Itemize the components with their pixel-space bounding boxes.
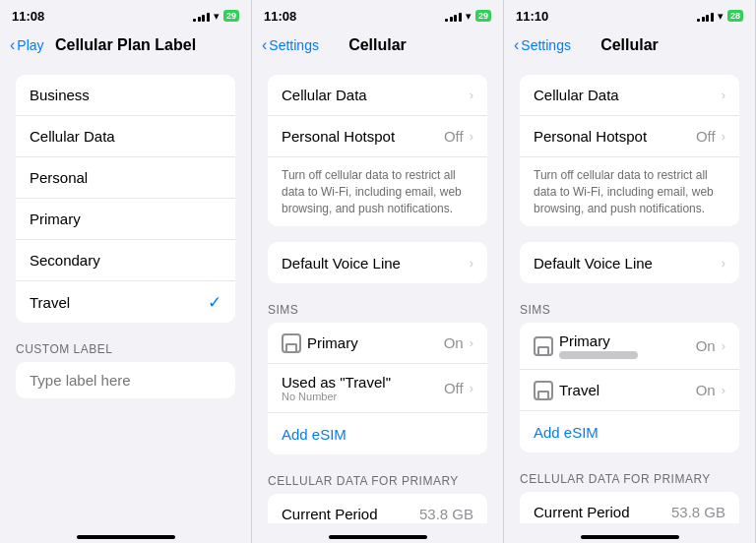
label-business: Business xyxy=(30,87,90,103)
list-item-personal[interactable]: Personal xyxy=(16,157,235,199)
back-button-1[interactable]: ‹ Play xyxy=(10,37,44,53)
cellular-data-for-label-2: CELLULAR DATA FOR PRIMARY xyxy=(252,470,503,494)
sims-group-2: Primary On › Used as "Travel" No Number … xyxy=(268,323,487,454)
travel-sim-label: Travel xyxy=(559,382,599,398)
nav-bar-3: ‹ Settings Cellular xyxy=(504,28,755,67)
default-voice-item[interactable]: Default Voice Line › xyxy=(268,242,487,283)
sim-icon-primary-3 xyxy=(534,336,553,356)
cellular-data-item[interactable]: Cellular Data › xyxy=(268,75,487,116)
nav-title-3: Cellular xyxy=(600,36,659,54)
chevron-used-as: › xyxy=(470,381,473,395)
sb-1 xyxy=(445,19,448,22)
list-item-travel[interactable]: Travel ✓ xyxy=(16,281,235,323)
status-bar-1: 11:08 ▾ 29 xyxy=(0,0,251,28)
sb-2 xyxy=(450,17,453,22)
status-time-3: 11:10 xyxy=(516,9,548,24)
battery-2: 29 xyxy=(475,10,491,22)
signal-bar-3 xyxy=(202,15,205,22)
wifi-icon-1: ▾ xyxy=(214,10,220,23)
panel-cellular-2: 11:10 ▾ 28 ‹ Settings Cellular Cellular … xyxy=(504,0,756,543)
status-time-2: 11:08 xyxy=(264,9,296,24)
home-indicator-3 xyxy=(504,523,755,543)
list-item-primary[interactable]: Primary xyxy=(16,199,235,240)
add-esim-item-3[interactable]: Add eSIM xyxy=(520,411,739,452)
add-esim-item-2[interactable]: Add eSIM xyxy=(268,413,487,454)
used-as-subtitle: No Number xyxy=(282,391,391,402)
custom-label-group xyxy=(16,362,235,398)
back-chevron-2: ‹ xyxy=(262,37,267,53)
primary-sim-left-3: Primary xyxy=(534,332,696,359)
home-bar-3 xyxy=(581,535,679,539)
default-voice-item-3[interactable]: Default Voice Line › xyxy=(520,242,739,283)
hotspot-value: Off xyxy=(444,128,464,145)
primary-sim-label: Primary xyxy=(307,334,358,351)
sb3-4 xyxy=(711,13,714,22)
cellular-data-for-label-3: CELLULAR DATA FOR PRIMARY xyxy=(504,468,755,492)
sims-label-3: SIMs xyxy=(504,299,755,323)
travel-sim-item[interactable]: Travel On › xyxy=(520,370,739,411)
label-cellular-data: Cellular Data xyxy=(30,128,115,145)
signal-bars-1 xyxy=(193,11,210,22)
hotspot-item[interactable]: Personal Hotspot Off › xyxy=(268,116,487,157)
label-primary: Primary xyxy=(30,211,81,227)
used-as-value: Off xyxy=(444,380,464,396)
signal-bars-3 xyxy=(697,11,714,22)
cellular-data-item-3[interactable]: Cellular Data › xyxy=(520,75,739,116)
hotspot-item-3[interactable]: Personal Hotspot Off › xyxy=(520,116,739,157)
primary-info-3: Primary xyxy=(559,332,638,359)
back-label-2: Settings xyxy=(269,37,319,53)
signal-bar-2 xyxy=(198,17,201,22)
checkmark-travel: ✓ xyxy=(208,292,221,313)
used-as-item[interactable]: Used as "Travel" No Number Off › xyxy=(268,364,487,413)
sim-icon-primary xyxy=(282,333,301,353)
panel-cellular-1: 11:08 ▾ 29 ‹ Settings Cellular Cellular … xyxy=(252,0,504,543)
chevron-hotspot: › xyxy=(470,129,473,144)
hotspot-label-3: Personal Hotspot xyxy=(534,128,647,145)
list-item-business[interactable]: Business xyxy=(16,75,235,116)
primary-sim-left: Primary xyxy=(282,333,358,353)
primary-sim-item-3[interactable]: Primary On › xyxy=(520,323,739,370)
hotspot-value-3: Off xyxy=(696,128,716,145)
list-item-secondary[interactable]: Secondary xyxy=(16,240,235,281)
voice-line-group: Default Voice Line › xyxy=(268,242,487,283)
used-as-label: Used as "Travel" xyxy=(282,374,391,391)
back-label-1: Play xyxy=(17,37,43,53)
chevron-cellular-3: › xyxy=(722,88,725,102)
current-period-item-3: Current Period 53.8 GB xyxy=(520,492,739,523)
back-button-3[interactable]: ‹ Settings xyxy=(514,37,571,53)
chevron-cellular-data: › xyxy=(470,88,473,102)
plan-label-list: Business Cellular Data Personal Primary … xyxy=(16,75,235,323)
sims-group-3: Primary On › Travel On › xyxy=(520,323,739,452)
cellular-top-group: Cellular Data › Personal Hotspot Off › T… xyxy=(268,75,487,226)
label-travel: Travel xyxy=(30,294,70,311)
sb-4 xyxy=(459,13,462,22)
sb-3 xyxy=(454,15,457,22)
current-period-label-2: Current Period xyxy=(282,506,378,522)
custom-label-input[interactable] xyxy=(16,362,235,398)
used-as-row: Used as "Travel" No Number Off › xyxy=(282,374,473,402)
status-bar-3: 11:10 ▾ 28 xyxy=(504,0,755,28)
battery-1: 29 xyxy=(223,10,239,22)
list-item-cellular-data[interactable]: Cellular Data xyxy=(16,116,235,157)
cellular-data-label: Cellular Data xyxy=(282,87,367,103)
used-as-right: Off › xyxy=(444,380,473,396)
sim-icon-travel xyxy=(534,381,553,400)
chevron-hotspot-3: › xyxy=(722,129,725,144)
sb3-3 xyxy=(706,15,709,22)
travel-sim-left: Travel xyxy=(534,381,599,400)
back-button-2[interactable]: ‹ Settings xyxy=(262,37,319,53)
primary-sim-item[interactable]: Primary On › xyxy=(268,323,487,364)
wifi-icon-2: ▾ xyxy=(466,10,472,23)
hotspot-right: Off › xyxy=(444,128,473,145)
home-indicator-1 xyxy=(0,523,251,543)
status-bar-2: 11:08 ▾ 29 xyxy=(252,0,503,28)
status-icons-1: ▾ 29 xyxy=(193,10,239,23)
nav-title-2: Cellular xyxy=(348,36,407,54)
chevron-voice: › xyxy=(470,256,473,271)
data-usage-group-3: Current Period 53.8 GB Current Period Ro… xyxy=(520,492,739,523)
chevron-travel: › xyxy=(722,383,725,397)
cellular-data-label-3: Cellular Data xyxy=(534,87,619,103)
cellular-desc-text: Turn off cellular data to restrict all d… xyxy=(282,167,473,216)
signal-bar-4 xyxy=(207,13,210,22)
sims-label-2: SIMs xyxy=(252,299,503,323)
